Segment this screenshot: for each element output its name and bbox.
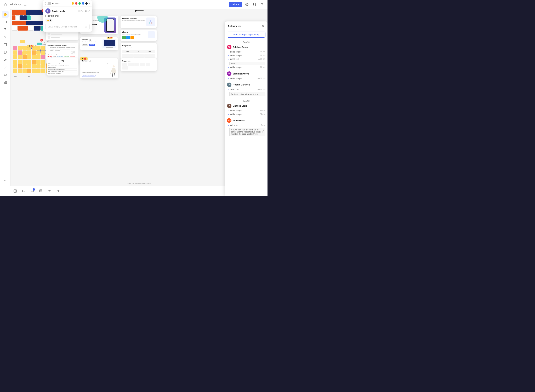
willie-user-row: WP Willie Pena [227,118,265,123]
willie-preview-expand[interactable]: ▲ [263,129,265,131]
bottom-screen-button[interactable]: 1 [29,188,35,194]
comment-popup: Resolve ··· GH Gavin Hardy 13 Nov 12:17 … [42,0,92,32]
date-separator-sep10: Sep 10 [227,39,265,45]
surface-hub-cta[interactable]: Start collaborating now [82,75,95,77]
bottom-board-button[interactable] [38,188,44,194]
comment-more-button[interactable]: ··· [88,2,90,5]
sidebar-sticky-tool[interactable] [2,49,9,56]
sidebar-select-tool[interactable] [2,19,9,25]
faq-title: FAQ [48,60,77,62]
adeline-time-2: 11:00 am [258,54,265,56]
adeline-activity-3: edit a text 11:00 am [227,57,265,61]
adeline-time-4: 11:00 am [258,66,265,68]
integrations-subtitle: Lorem realtimeboard will do... [122,47,155,49]
sidebar-frame-tool[interactable] [2,79,9,86]
desktop-app-card: Desktop App Use a RealtimeBoard applicat… [80,37,118,50]
sidebar-more-button[interactable]: ··· [2,177,9,184]
color-dot-green[interactable] [79,2,81,5]
learn-icon-button[interactable] [244,2,250,7]
activity-user-willie: WP Willie Pena edit a text 8 min Natural… [227,118,265,135]
faq-card: FAQ What is a team member? Can I change … [47,58,79,75]
color-picker [72,2,88,5]
empower-subtitle: Work with your favorite apps and tools t… [122,20,145,23]
svg-rect-3 [4,43,6,46]
svg-point-1 [261,3,263,5]
faq-item-6: How to use the Team plan? [48,72,77,74]
comment-author-row: GH Gavin Hardy 13 Nov 12:17 [45,8,90,14]
activity-panel-header: Activity list ✕ [225,21,268,30]
charles-user-row: CC Charles Craig [227,104,265,108]
color-dot-blue[interactable] [82,2,84,5]
adeline-activity-2: add a image 11:00 am [227,54,265,57]
activity-user-adeline: AC Adeline Casey add a image 11:00 am ad… [227,45,265,69]
comment-reply-input[interactable]: Leave a reply. Use @ to mention. ☺ [45,24,90,30]
faq-item-2: Can I change Team plan during the month … [48,65,77,67]
charles-name: Charles Craig [233,104,247,107]
activity-panel-close-button[interactable]: ✕ [261,24,265,28]
svg-rect-34 [15,191,16,192]
mindmap-badge-2: 9 [40,39,43,42]
screen-badge: 1 [33,188,35,191]
sidebar-pen-tool[interactable] [2,56,9,63]
sidebar-hand-tool[interactable]: ✋ [2,11,9,18]
canvas-footer-label: Power your team with RealtimeBoard! [127,182,150,184]
sticky-comment-badge: 3 [27,45,34,47]
faq-item-3: What is a guest? [48,67,77,69]
svg-rect-36 [39,190,42,192]
surface-hub-subtitle: Bring RealtimeBoard collaboration capabi… [82,62,116,64]
document-title: Mind map [10,3,21,6]
comment-timestamp: 13 Nov 12:17 [79,10,90,12]
integrations-card: Integrations Lorem realtimeboard will do… [121,43,157,60]
comment-author-avatar: GH [45,8,51,14]
resolve-toggle[interactable] [45,2,51,5]
robert-activity-1: add a text 09:00 pm [227,88,265,92]
comment-body: GH Gavin Hardy 13 Nov 12:17 I like this … [42,7,92,32]
upload-button[interactable] [23,2,28,7]
adeline-action-2: add a image [230,54,257,57]
robert-user-row: RM Robert Martinez [227,83,265,87]
charles-avatar: CC [227,104,231,108]
sidebar-line-tool[interactable] [2,64,9,71]
robert-preview-expand[interactable]: ▼ [262,93,264,95]
bottom-frames-button[interactable] [12,188,18,194]
desktop-app-title: Desktop App [82,39,101,41]
color-dot-black[interactable] [85,2,88,5]
adeline-action-1: add a image [230,51,257,53]
empower-team-card: Empower your team Work with your favorit… [121,16,157,28]
search-icon-button[interactable] [259,2,265,7]
svg-rect-5 [5,81,6,82]
sidebar-text-tool[interactable]: T [2,26,9,33]
bottom-camera-button[interactable] [46,188,52,194]
surface-hub-title: Surface Hub [82,60,116,62]
sidebar-shape-tool[interactable] [2,41,9,48]
activity-scroll-area[interactable]: Sep 10 AC Adeline Casey add a image 11:0… [225,39,268,196]
thumbs-up-reaction[interactable]: 👍 4 [45,19,52,22]
svg-rect-31 [14,190,15,191]
supported-title: Supported c [122,60,155,62]
faq-item-4: Is it possible to subscribe to PRO or... [48,69,77,70]
color-dot-red[interactable] [75,2,77,5]
jeremiah-avatar: JW [227,71,231,76]
svg-point-37 [49,191,50,192]
emoji-picker-icon[interactable]: ☺ [85,25,87,28]
svg-rect-2 [4,21,6,23]
sidebar-comment-tool[interactable] [2,71,9,78]
adeline-user-row: AC Adeline Casey [227,45,265,49]
timeline-scrubber[interactable] [135,9,144,12]
sidebar-connect-tool[interactable] [2,34,9,41]
activity-user-robert: RM Robert Martinez add a text 09:00 pm B… [227,83,265,96]
adeline-activity-1: add a image 11:00 am [227,50,265,54]
charles-time-2: 24 min [260,113,265,115]
robert-action-1: add a text [230,88,257,91]
share-button[interactable]: Share [229,2,242,7]
settings-icon-button[interactable] [252,2,257,7]
hide-changes-button[interactable]: Hide changes highlighting [227,32,265,37]
doc2-title: Using Realtimeboard by yourself? [47,45,77,46]
bottom-comments-button[interactable] [21,188,27,194]
color-dot-yellow[interactable] [72,2,74,5]
svg-point-0 [254,4,255,5]
reply-placeholder: Leave a reply. Use @ to mention. [47,26,78,28]
bottom-lightning-button[interactable] [55,188,61,194]
svg-rect-21 [37,42,42,45]
home-button[interactable] [3,2,8,7]
